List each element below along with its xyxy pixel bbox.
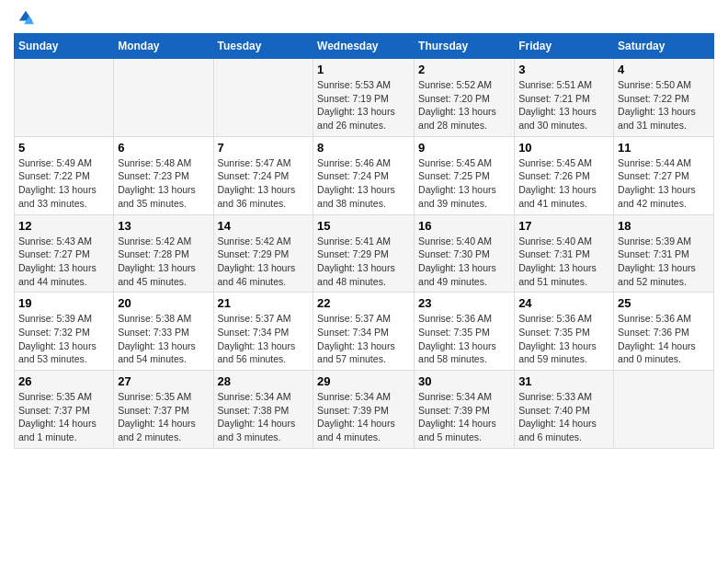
day-details: Sunrise: 5:37 AMSunset: 7:34 PMDaylight:… [218,312,310,366]
day-details: Sunrise: 5:39 AMSunset: 7:31 PMDaylight:… [618,235,710,289]
day-number: 17 [518,219,609,233]
day-number: 3 [518,63,609,76]
day-number: 23 [418,296,510,310]
calendar-cell [213,59,313,137]
day-details: Sunrise: 5:40 AMSunset: 7:30 PMDaylight:… [418,235,510,289]
calendar-cell: 22Sunrise: 5:37 AMSunset: 7:34 PMDayligh… [313,293,415,371]
calendar-cell: 7Sunrise: 5:47 AMSunset: 7:24 PMDaylight… [213,136,313,214]
weekday-header-wednesday: Wednesday [313,34,415,59]
weekday-header-saturday: Saturday [614,34,714,59]
day-number: 31 [518,374,609,388]
day-number: 21 [218,296,310,310]
calendar-cell: 11Sunrise: 5:44 AMSunset: 7:27 PMDayligh… [614,136,714,214]
day-number: 29 [317,374,410,388]
day-number: 24 [518,296,609,310]
day-number: 14 [218,219,310,233]
day-details: Sunrise: 5:42 AMSunset: 7:29 PMDaylight:… [218,235,310,289]
day-details: Sunrise: 5:52 AMSunset: 7:20 PMDaylight:… [418,78,510,132]
weekday-header-friday: Friday [515,34,614,59]
day-details: Sunrise: 5:34 AMSunset: 7:39 PMDaylight:… [317,390,410,444]
day-number: 15 [317,219,410,233]
calendar-cell: 9Sunrise: 5:45 AMSunset: 7:25 PMDaylight… [415,136,515,214]
calendar-cell: 25Sunrise: 5:36 AMSunset: 7:36 PMDayligh… [614,293,714,371]
day-details: Sunrise: 5:45 AMSunset: 7:26 PMDaylight:… [518,156,609,211]
day-details: Sunrise: 5:35 AMSunset: 7:37 PMDaylight:… [18,390,109,444]
calendar-table: SundayMondayTuesdayWednesdayThursdayFrid… [14,33,714,449]
calendar-cell: 18Sunrise: 5:39 AMSunset: 7:31 PMDayligh… [614,214,714,293]
calendar-cell: 2Sunrise: 5:52 AMSunset: 7:20 PMDaylight… [415,59,515,137]
logo-icon [17,9,34,26]
weekday-header-row: SundayMondayTuesdayWednesdayThursdayFrid… [15,34,714,59]
calendar-body: 1Sunrise: 5:53 AMSunset: 7:19 PMDaylight… [15,59,714,449]
day-details: Sunrise: 5:39 AMSunset: 7:32 PMDaylight:… [18,312,109,366]
day-details: Sunrise: 5:45 AMSunset: 7:25 PMDaylight:… [418,156,510,211]
calendar-week-row: 5Sunrise: 5:49 AMSunset: 7:22 PMDaylight… [15,136,714,214]
day-number: 25 [618,296,710,310]
day-details: Sunrise: 5:43 AMSunset: 7:27 PMDaylight:… [18,235,109,289]
calendar-cell: 31Sunrise: 5:33 AMSunset: 7:40 PMDayligh… [515,371,614,449]
calendar-cell: 24Sunrise: 5:36 AMSunset: 7:35 PMDayligh… [515,293,614,371]
calendar-cell [614,371,714,449]
day-details: Sunrise: 5:36 AMSunset: 7:35 PMDaylight:… [518,312,609,366]
day-number: 13 [118,219,209,233]
day-number: 28 [218,374,310,388]
day-details: Sunrise: 5:47 AMSunset: 7:24 PMDaylight:… [218,156,310,211]
calendar-cell: 23Sunrise: 5:36 AMSunset: 7:35 PMDayligh… [415,293,515,371]
day-number: 20 [118,296,209,310]
day-number: 2 [418,63,510,76]
day-details: Sunrise: 5:34 AMSunset: 7:39 PMDaylight:… [418,390,510,444]
calendar-cell: 13Sunrise: 5:42 AMSunset: 7:28 PMDayligh… [114,214,213,293]
calendar-cell [15,59,114,137]
weekday-header-sunday: Sunday [15,34,114,59]
day-number: 11 [618,141,710,155]
day-details: Sunrise: 5:42 AMSunset: 7:28 PMDaylight:… [118,235,209,289]
calendar-cell: 4Sunrise: 5:50 AMSunset: 7:22 PMDaylight… [614,59,714,137]
day-number: 4 [618,63,710,76]
calendar-cell: 17Sunrise: 5:40 AMSunset: 7:31 PMDayligh… [515,214,614,293]
day-details: Sunrise: 5:46 AMSunset: 7:24 PMDaylight:… [317,156,410,211]
calendar-cell: 30Sunrise: 5:34 AMSunset: 7:39 PMDayligh… [415,371,515,449]
day-number: 12 [18,219,109,233]
day-number: 7 [218,141,310,155]
day-number: 26 [18,374,109,388]
logo [14,9,34,26]
day-number: 30 [418,374,510,388]
day-number: 19 [18,296,109,310]
day-details: Sunrise: 5:33 AMSunset: 7:40 PMDaylight:… [518,390,609,444]
day-number: 1 [317,63,410,76]
calendar-cell: 28Sunrise: 5:34 AMSunset: 7:38 PMDayligh… [213,371,313,449]
calendar-week-row: 26Sunrise: 5:35 AMSunset: 7:37 PMDayligh… [15,371,714,449]
calendar-week-row: 19Sunrise: 5:39 AMSunset: 7:32 PMDayligh… [15,293,714,371]
day-details: Sunrise: 5:37 AMSunset: 7:34 PMDaylight:… [317,312,410,366]
calendar-cell: 19Sunrise: 5:39 AMSunset: 7:32 PMDayligh… [15,293,114,371]
day-details: Sunrise: 5:50 AMSunset: 7:22 PMDaylight:… [618,78,710,132]
calendar-cell: 10Sunrise: 5:45 AMSunset: 7:26 PMDayligh… [515,136,614,214]
day-details: Sunrise: 5:48 AMSunset: 7:23 PMDaylight:… [118,156,209,211]
calendar-cell: 27Sunrise: 5:35 AMSunset: 7:37 PMDayligh… [114,371,213,449]
day-details: Sunrise: 5:38 AMSunset: 7:33 PMDaylight:… [118,312,209,366]
calendar-cell: 1Sunrise: 5:53 AMSunset: 7:19 PMDaylight… [313,59,415,137]
day-number: 9 [418,141,510,155]
calendar-cell: 6Sunrise: 5:48 AMSunset: 7:23 PMDaylight… [114,136,213,214]
weekday-header-monday: Monday [114,34,213,59]
day-details: Sunrise: 5:53 AMSunset: 7:19 PMDaylight:… [317,78,410,132]
calendar-cell: 5Sunrise: 5:49 AMSunset: 7:22 PMDaylight… [15,136,114,214]
day-number: 10 [518,141,609,155]
weekday-header-thursday: Thursday [415,34,515,59]
page-header [14,9,714,26]
day-details: Sunrise: 5:44 AMSunset: 7:27 PMDaylight:… [618,156,710,211]
calendar-week-row: 1Sunrise: 5:53 AMSunset: 7:19 PMDaylight… [15,59,714,137]
calendar-cell: 15Sunrise: 5:41 AMSunset: 7:29 PMDayligh… [313,214,415,293]
calendar-cell [114,59,213,137]
calendar-cell: 16Sunrise: 5:40 AMSunset: 7:30 PMDayligh… [415,214,515,293]
day-details: Sunrise: 5:36 AMSunset: 7:36 PMDaylight:… [618,312,710,366]
day-details: Sunrise: 5:35 AMSunset: 7:37 PMDaylight:… [118,390,209,444]
day-details: Sunrise: 5:34 AMSunset: 7:38 PMDaylight:… [218,390,310,444]
calendar-week-row: 12Sunrise: 5:43 AMSunset: 7:27 PMDayligh… [15,214,714,293]
calendar-cell: 29Sunrise: 5:34 AMSunset: 7:39 PMDayligh… [313,371,415,449]
calendar-cell: 14Sunrise: 5:42 AMSunset: 7:29 PMDayligh… [213,214,313,293]
day-details: Sunrise: 5:49 AMSunset: 7:22 PMDaylight:… [18,156,109,211]
day-number: 18 [618,219,710,233]
day-number: 22 [317,296,410,310]
day-number: 16 [418,219,510,233]
